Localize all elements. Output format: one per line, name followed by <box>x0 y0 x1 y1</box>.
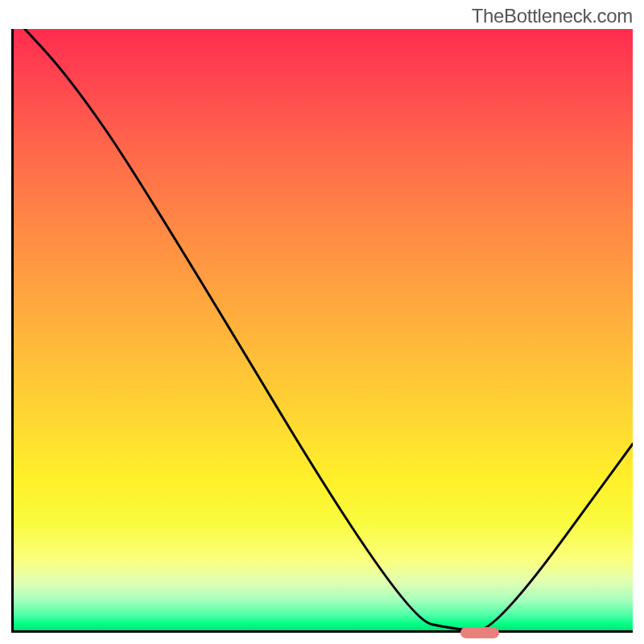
chart-plot-area <box>11 29 633 633</box>
watermark-text: TheBottleneck.com <box>472 5 633 27</box>
optimum-marker <box>460 627 499 638</box>
bottleneck-gradient-background <box>14 29 633 630</box>
